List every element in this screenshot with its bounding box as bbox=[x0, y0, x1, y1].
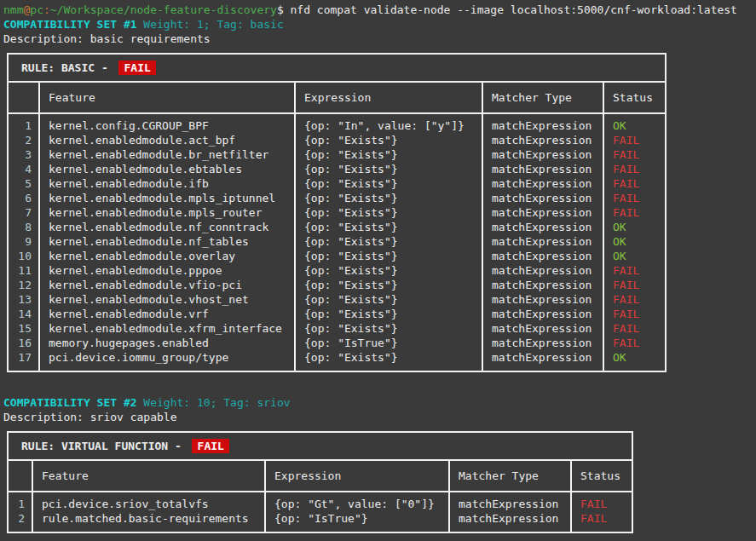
row-feature: kernel.enabledmodule.vrf bbox=[39, 307, 295, 321]
row-matcher-type: matchExpression bbox=[482, 249, 603, 263]
row-number: 7 bbox=[9, 205, 39, 220]
table-row: 5 kernel.enabledmodule.ifb {op: "Exists"… bbox=[9, 176, 665, 191]
table-row: 11 kernel.enabledmodule.pppoe {op: "Exis… bbox=[9, 263, 665, 278]
table-row: 4 kernel.enabledmodule.ebtables {op: "Ex… bbox=[9, 162, 665, 176]
prompt-dollar: $ bbox=[277, 3, 284, 16]
row-matcher-type: matchExpression bbox=[482, 263, 603, 278]
set2-title: COMPATIBILITY SET #2 bbox=[3, 396, 137, 409]
compatibility-set-2: COMPATIBILITY SET #2Weight: 10; Tag: sri… bbox=[3, 395, 753, 533]
set1-rule-status-badge: FAIL bbox=[118, 60, 156, 75]
row-feature: kernel.enabledmodule.mpls_router bbox=[39, 205, 295, 220]
row-feature: kernel.enabledmodule.mpls_iptunnel bbox=[39, 191, 295, 205]
header-status: Status bbox=[571, 461, 632, 492]
row-feature: pci.device.iommu_group/type bbox=[39, 350, 295, 371]
row-feature: kernel.enabledmodule.pppoe bbox=[39, 263, 295, 278]
row-feature: kernel.enabledmodule.vhost_net bbox=[39, 292, 295, 307]
row-feature: kernel.config.CGROUP_BPF bbox=[39, 113, 295, 133]
row-matcher-type: matchExpression bbox=[482, 350, 603, 371]
row-expression: {op: "Exists"} bbox=[295, 162, 482, 176]
row-expression: {op: "Exists"} bbox=[295, 133, 482, 147]
row-matcher-type: matchExpression bbox=[482, 220, 603, 234]
row-feature: kernel.enabledmodule.overlay bbox=[39, 249, 295, 263]
header-matcher-type: Matcher Type bbox=[482, 83, 603, 113]
row-number: 11 bbox=[9, 263, 39, 278]
row-number: 6 bbox=[9, 191, 39, 205]
row-number: 12 bbox=[9, 278, 39, 292]
row-expression: {op: "Exists"} bbox=[295, 249, 482, 263]
row-status: FAIL bbox=[603, 205, 665, 220]
row-status: FAIL bbox=[571, 492, 632, 511]
row-feature: kernel.enabledmodule.vfio-pci bbox=[39, 278, 295, 292]
table-row: 15 kernel.enabledmodule.xfrm_interface {… bbox=[9, 321, 665, 336]
header-matcher-type: Matcher Type bbox=[449, 461, 571, 492]
table-row: 13 kernel.enabledmodule.vhost_net {op: "… bbox=[9, 292, 665, 307]
prompt-user: nmm bbox=[3, 3, 23, 16]
row-number: 1 bbox=[9, 113, 39, 133]
row-expression: {op: "Exists"} bbox=[295, 350, 482, 371]
table-row: 14 kernel.enabledmodule.vrf {op: "Exists… bbox=[9, 307, 665, 321]
set1-rule-table: RULE: BASIC -FAIL Feature Expression Mat… bbox=[7, 53, 667, 372]
row-matcher-type: matchExpression bbox=[482, 176, 603, 191]
set1-title: COMPATIBILITY SET #1 bbox=[3, 18, 137, 31]
table-row: 16 memory.hugepages.enabled {op: "IsTrue… bbox=[9, 336, 665, 350]
header-expression: Expression bbox=[265, 461, 449, 492]
row-number: 17 bbox=[9, 350, 39, 371]
row-matcher-type: matchExpression bbox=[482, 147, 603, 162]
header-feature: Feature bbox=[39, 83, 295, 113]
table-row: 1 kernel.config.CGROUP_BPF {op: "In", va… bbox=[9, 113, 665, 133]
prompt-colon: : bbox=[43, 3, 50, 16]
row-status: FAIL bbox=[603, 162, 665, 176]
row-number: 8 bbox=[9, 220, 39, 234]
row-status: OK bbox=[603, 220, 665, 234]
set2-rule-status-badge: FAIL bbox=[192, 439, 229, 453]
table-row: 8 kernel.enabledmodule.nf_conntrack {op:… bbox=[9, 220, 665, 234]
row-feature: kernel.enabledmodule.ebtables bbox=[39, 162, 295, 176]
table-row: 2 rule.matched.basic-requirements {op: "… bbox=[9, 511, 632, 532]
header-num bbox=[9, 461, 32, 492]
set1-meta: Weight: 1; Tag: basic bbox=[143, 18, 283, 31]
row-expression: {op: "IsTrue"} bbox=[265, 511, 449, 532]
row-status: FAIL bbox=[603, 133, 665, 147]
row-status: FAIL bbox=[603, 336, 665, 350]
row-feature: memory.hugepages.enabled bbox=[39, 336, 295, 350]
row-matcher-type: matchExpression bbox=[449, 511, 571, 532]
row-expression: {op: "Exists"} bbox=[295, 234, 482, 249]
row-status: FAIL bbox=[603, 263, 665, 278]
row-status: OK bbox=[603, 234, 665, 249]
shell-command: nfd compat validate-node --image localho… bbox=[291, 3, 737, 16]
row-number: 15 bbox=[9, 321, 39, 336]
row-expression: {op: "IsTrue"} bbox=[295, 336, 482, 350]
set2-table-header-row: Feature Expression Matcher Type Status bbox=[9, 461, 632, 492]
prompt-path: ~/Workspace/node-feature-discovery bbox=[50, 3, 277, 16]
row-feature: rule.matched.basic-requirements bbox=[32, 511, 265, 532]
header-num bbox=[9, 83, 39, 113]
row-number: 16 bbox=[9, 336, 39, 350]
row-feature: pci.device.sriov_totalvfs bbox=[32, 492, 265, 511]
row-feature: kernel.enabledmodule.xfrm_interface bbox=[39, 321, 295, 336]
row-expression: {op: "Exists"} bbox=[295, 205, 482, 220]
row-expression: {op: "Exists"} bbox=[295, 220, 482, 234]
set1-description: Description: basic requirements bbox=[3, 32, 753, 46]
row-matcher-type: matchExpression bbox=[449, 492, 571, 511]
shell-prompt-line: nmm@pc:~/Workspace/node-feature-discover… bbox=[3, 3, 753, 17]
row-expression: {op: "Exists"} bbox=[295, 278, 482, 292]
set2-meta: Weight: 10; Tag: sriov bbox=[143, 396, 290, 409]
set1-table-header-row: Feature Expression Matcher Type Status bbox=[9, 83, 665, 113]
row-expression: {op: "In", value: ["y"]} bbox=[295, 113, 482, 133]
row-expression: {op: "Gt", value: ["0"]} bbox=[265, 492, 449, 511]
row-number: 13 bbox=[9, 292, 39, 307]
set2-table: Feature Expression Matcher Type Status 1… bbox=[9, 461, 632, 532]
set2-rule-table: RULE: VIRTUAL FUNCTION -FAIL Feature Exp… bbox=[7, 431, 633, 533]
compatibility-set-1: COMPATIBILITY SET #1Weight: 1; Tag: basi… bbox=[3, 17, 753, 372]
row-feature: kernel.enabledmodule.nf_conntrack bbox=[39, 220, 295, 234]
set2-header-line: COMPATIBILITY SET #2Weight: 10; Tag: sri… bbox=[3, 395, 753, 410]
row-matcher-type: matchExpression bbox=[482, 292, 603, 307]
row-status: FAIL bbox=[603, 292, 665, 307]
row-expression: {op: "Exists"} bbox=[295, 147, 482, 162]
row-number: 2 bbox=[9, 511, 32, 532]
row-matcher-type: matchExpression bbox=[482, 113, 603, 133]
row-expression: {op: "Exists"} bbox=[295, 307, 482, 321]
row-feature: kernel.enabledmodule.br_netfilter bbox=[39, 147, 295, 162]
row-matcher-type: matchExpression bbox=[482, 191, 603, 205]
set1-rule-header: RULE: BASIC -FAIL bbox=[9, 55, 665, 83]
